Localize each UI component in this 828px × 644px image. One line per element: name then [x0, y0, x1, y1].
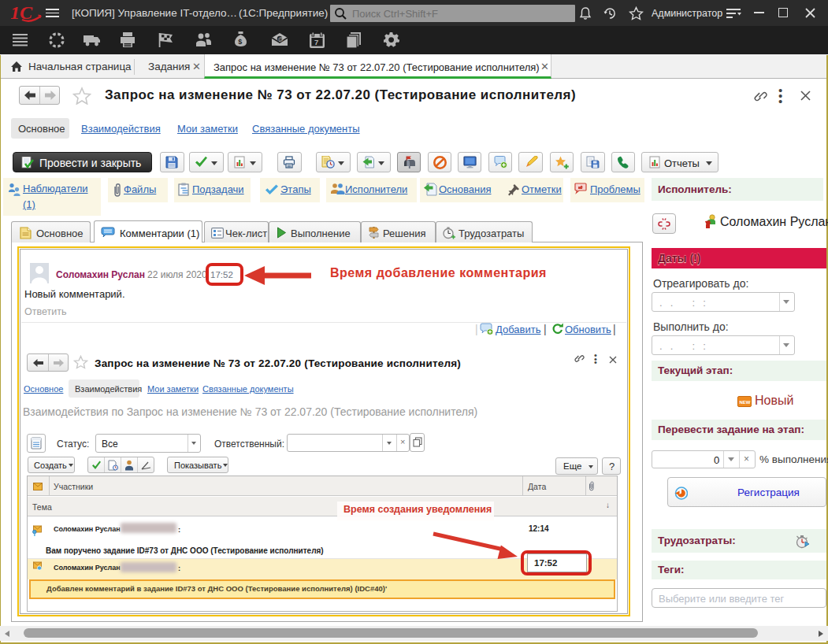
- svg-text:$: $: [238, 38, 242, 46]
- svg-text:7: 7: [314, 38, 318, 46]
- svg-text:1: 1: [11, 4, 20, 23]
- svg-text:@: @: [278, 36, 284, 42]
